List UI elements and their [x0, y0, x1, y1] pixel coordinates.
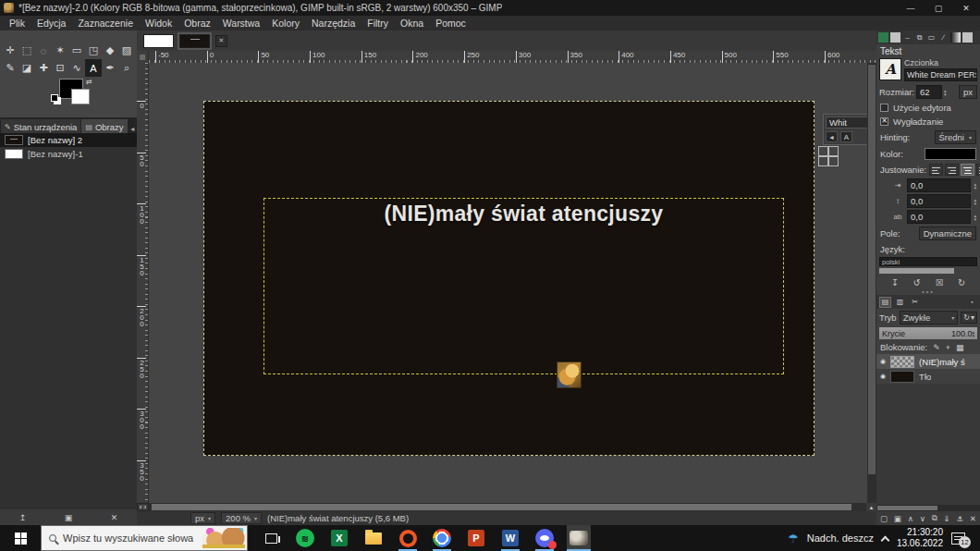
on-canvas-text-editor[interactable]: Whit ◂A [823, 114, 871, 145]
task-view-button[interactable] [259, 525, 283, 551]
vertical-scrollbar[interactable] [867, 63, 876, 503]
text-box-handle[interactable] [818, 146, 839, 166]
maximize-button[interactable]: ▢ [925, 0, 952, 16]
horizontal-scrollbar-thumb[interactable] [152, 504, 851, 510]
channels-tab[interactable]: ▥ [894, 297, 906, 308]
layer-background[interactable]: ◉ Tło [876, 369, 980, 384]
ink-tool[interactable]: ✒ [102, 59, 118, 77]
font-dialog-tab[interactable] [962, 32, 973, 43]
menu-item[interactable]: Plik [4, 17, 31, 30]
restore-options-button[interactable]: ↺ [913, 277, 921, 288]
duplicate-layer-button[interactable]: ⧉ [932, 513, 937, 523]
brush-dialog-tab[interactable] [890, 32, 900, 43]
spacing-spinner[interactable]: ▴▾ [974, 214, 976, 221]
text-layer-boundary[interactable]: (NIE)mały świat atencjuszy [263, 198, 784, 374]
fuzzy-select-tool[interactable]: ✶ [52, 42, 68, 59]
antialiasing-checkbox[interactable]: Wygładzanie [876, 115, 980, 129]
unit-select[interactable]: px ▾ [190, 512, 215, 524]
spacing-input[interactable]: 0,0 [907, 178, 971, 192]
zoom-tool[interactable]: ⌕ [118, 59, 135, 77]
font-preview-icon[interactable]: A [879, 58, 901, 80]
move-tool[interactable]: ✛ [2, 42, 18, 59]
spacing-spinner[interactable]: ▴▾ [974, 182, 976, 190]
mode-switch-button[interactable]: ↻ ▾ [961, 312, 977, 324]
spacing-input[interactable]: 0,0 [907, 210, 971, 224]
vertical-ruler[interactable]: 050100150200250300350 [137, 63, 149, 503]
canvas-duck-image[interactable] [557, 361, 582, 388]
menu-item[interactable]: Edycja [31, 17, 72, 30]
gradient-tool[interactable]: ▨ [118, 42, 135, 59]
image-item-1[interactable]: [Bez nazwy]-1 [0, 147, 137, 161]
close-button[interactable]: ✕ [952, 0, 980, 16]
excel-icon[interactable]: X [327, 525, 351, 551]
tray-chevron-up-icon[interactable] [880, 535, 889, 545]
raise-displays-button[interactable]: ↥ [19, 513, 27, 522]
layers-scrollbar-thumb[interactable] [877, 506, 937, 510]
menu-item[interactable]: Narzędzia [306, 17, 361, 30]
origin-icon[interactable] [396, 525, 420, 551]
discord-icon[interactable] [533, 525, 557, 551]
text-color-swatch[interactable] [925, 148, 976, 160]
layer-text[interactable]: ◉ (NIE)mały ś [876, 354, 980, 369]
new-display-button[interactable]: ▣ [65, 513, 73, 522]
pencil-tool[interactable]: ✎ [2, 59, 18, 77]
gradient-dialog-tab[interactable] [950, 32, 961, 43]
image-tab-2[interactable] [179, 34, 210, 48]
default-colors-icon[interactable] [51, 94, 58, 102]
swap-colors-icon[interactable]: ⇄ [86, 78, 92, 86]
menu-item[interactable]: Obraz [178, 17, 216, 30]
notification-center-icon[interactable]: 12 [951, 533, 965, 545]
pattern-dialog-tab[interactable]: ⧉ [914, 32, 925, 43]
menu-item[interactable]: Warstwa [217, 17, 265, 30]
spacing-input[interactable]: 0,0 [907, 194, 971, 208]
language-input[interactable]: polski [879, 257, 977, 266]
color-dialog-tab[interactable] [878, 32, 888, 43]
minus-icon[interactable]: – [902, 32, 913, 43]
lower-layer-button[interactable]: ∨ [920, 514, 925, 523]
opacity-slider[interactable]: Krycie 100.0 ▴▾ [879, 327, 977, 339]
file-explorer-icon[interactable] [361, 525, 386, 551]
size-spinner[interactable]: ▴▾ [944, 89, 947, 96]
tab-device-status[interactable]: ✎ Stan urządzenia [1, 119, 80, 133]
menu-item[interactable]: Okna [395, 17, 429, 30]
taskbar-search[interactable]: Wpisz tu wyszukiwane słowa [41, 525, 248, 551]
lock-pixels-icon[interactable]: ✎ [933, 343, 940, 352]
layers-scrollbar[interactable] [876, 505, 980, 511]
size-input[interactable]: 62 [916, 85, 942, 99]
rectangle-select-tool[interactable]: ⬚ [18, 42, 35, 59]
canvas-viewport[interactable]: 050100150200250300350 (NIE)mały świat at… [137, 63, 876, 503]
bucket-fill-tool[interactable]: ◆ [102, 42, 118, 59]
transform-tool[interactable]: ◳ [85, 42, 102, 59]
horizontal-scrollbar[interactable] [149, 503, 866, 511]
save-options-button[interactable]: ↧ [891, 277, 899, 288]
menu-item[interactable]: Kolory [266, 17, 305, 30]
visibility-eye-icon[interactable]: ◉ [880, 373, 886, 380]
editor-font-button[interactable]: A [840, 131, 852, 142]
layers-tab[interactable]: ▤ [879, 297, 891, 308]
taskbar-clock[interactable]: 21:30:20 13.06.2022 [897, 527, 943, 550]
menu-item[interactable]: Filtry [361, 17, 394, 30]
ruler-corner-button[interactable]: ▨ [137, 51, 149, 63]
weather-text[interactable]: Nadch. deszcz [807, 533, 874, 544]
use-editor-checkbox[interactable]: Użycie edytora [876, 101, 980, 115]
dock-menu-icon[interactable]: ▪ [967, 299, 977, 305]
justify-fill-button[interactable] [976, 164, 980, 176]
canvas-heading-text[interactable]: (NIE)mały świat atencjuszy [264, 202, 783, 227]
lock-alpha-icon[interactable]: ▦ [956, 343, 964, 352]
hinting-select[interactable]: Średni ▾ [935, 130, 976, 144]
menu-item[interactable]: Zaznaczenie [72, 17, 139, 30]
powerpoint-icon[interactable]: P [464, 525, 488, 551]
image-tab-1[interactable] [143, 34, 174, 48]
background-color-swatch[interactable] [71, 89, 90, 104]
text-tool[interactable]: A [85, 59, 102, 77]
vertical-scrollbar-thumb[interactable] [868, 65, 876, 474]
quick-mask-button[interactable] [137, 503, 149, 511]
raise-layer-button[interactable]: ∧ [908, 514, 913, 523]
delete-options-button[interactable]: ☒ [936, 277, 944, 288]
crop-tool[interactable]: ▭ [68, 42, 85, 59]
new-group-button[interactable]: ▣ [894, 514, 901, 523]
language-scrollbar[interactable] [879, 268, 954, 274]
justify-left-button[interactable] [929, 164, 943, 176]
new-layer-button[interactable]: ▢ [880, 514, 888, 523]
menu-item[interactable]: Widok [140, 17, 178, 30]
